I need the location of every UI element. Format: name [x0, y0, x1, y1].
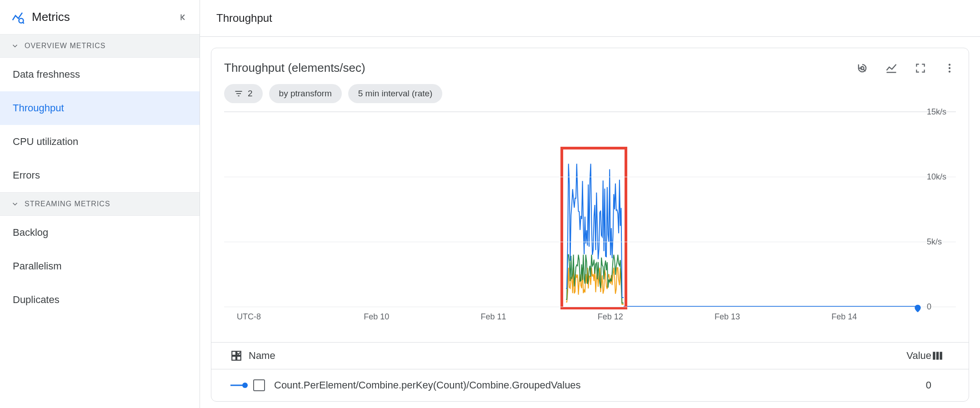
sidebar-item-data-freshness[interactable]: Data freshness — [0, 58, 200, 91]
throughput-chart[interactable]: 15k/s 10k/s 5k/s 0 — [224, 111, 956, 307]
sidebar-title: Metrics — [32, 10, 171, 24]
filter-icon — [234, 89, 243, 98]
x-tick: Feb 11 — [480, 312, 506, 322]
reset-zoom-icon[interactable] — [856, 62, 869, 75]
timezone-label: UTC-8 — [237, 312, 261, 322]
svg-point-21 — [242, 383, 248, 388]
chevron-down-icon — [11, 42, 19, 50]
page-title: Throughput — [200, 0, 980, 37]
x-tick: Feb 14 — [831, 312, 857, 322]
series-value: 0 — [859, 379, 931, 391]
throughput-card: Throughput (elements/sec) — [211, 48, 969, 402]
y-tick: 10k/s — [922, 172, 956, 181]
sidebar-header: Metrics — [0, 0, 200, 34]
filter-chip[interactable]: 2 — [224, 84, 263, 103]
x-tick: Feb 12 — [598, 312, 623, 322]
more-options-icon[interactable] — [943, 62, 956, 75]
sidebar-item-parallelism[interactable]: Parallelism — [0, 249, 200, 283]
name-header: Name — [249, 350, 275, 362]
section-label: OVERVIEW METRICS — [25, 42, 105, 50]
chevron-down-icon — [11, 200, 19, 208]
svg-point-8 — [949, 70, 950, 72]
section-overview-metrics[interactable]: OVERVIEW METRICS — [0, 34, 200, 58]
series-name: Count.PerElement/Combine.perKey(Count)/C… — [274, 379, 859, 391]
section-label: STREAMING METRICS — [25, 200, 110, 208]
x-tick: Feb 10 — [364, 312, 389, 322]
section-streaming-metrics[interactable]: STREAMING METRICS — [0, 192, 200, 216]
sidebar-item-errors[interactable]: Errors — [0, 159, 200, 192]
legend-row[interactable]: Count.PerElement/Combine.perKey(Count)/C… — [211, 369, 969, 401]
fullscreen-icon[interactable] — [914, 62, 927, 75]
column-selector-icon[interactable] — [230, 350, 242, 362]
svg-rect-18 — [936, 352, 939, 359]
legend-toggle-icon[interactable] — [885, 62, 898, 75]
svg-rect-13 — [232, 351, 236, 355]
svg-rect-19 — [940, 352, 942, 359]
sidebar: Metrics OVERVIEW METRICS Data freshness … — [0, 0, 200, 408]
main: Throughput Throughput (elements/sec) — [200, 0, 980, 408]
card-title: Throughput (elements/sec) — [224, 61, 856, 75]
sidebar-item-backlog[interactable]: Backlog — [0, 216, 200, 249]
y-tick: 15k/s — [922, 107, 956, 117]
svg-line-4 — [863, 69, 865, 71]
sidebar-item-duplicates[interactable]: Duplicates — [0, 283, 200, 317]
collapse-sidebar-button[interactable] — [179, 12, 189, 22]
svg-point-0 — [19, 18, 24, 23]
series-checkbox[interactable] — [253, 379, 265, 391]
groupby-chip[interactable]: by ptransform — [269, 84, 342, 103]
interval-chip[interactable]: 5 min interval (rate) — [348, 84, 443, 103]
legend-table: Name Value Count.PerElement/Combine.perK… — [211, 342, 969, 401]
svg-rect-17 — [933, 352, 935, 359]
columns-icon[interactable] — [931, 350, 950, 362]
value-header: Value — [859, 350, 931, 362]
sidebar-item-throughput[interactable]: Throughput — [0, 91, 200, 125]
svg-line-1 — [23, 22, 24, 24]
metrics-icon — [11, 10, 25, 24]
x-tick: Feb 13 — [715, 312, 740, 322]
series-swatch — [230, 381, 249, 390]
svg-rect-16 — [237, 356, 241, 360]
svg-point-6 — [949, 64, 950, 65]
svg-rect-15 — [232, 356, 236, 360]
sidebar-item-cpu-utilization[interactable]: CPU utilization — [0, 125, 200, 159]
svg-point-7 — [949, 67, 950, 69]
x-axis: UTC-8 Feb 10 Feb 11 Feb 12 Feb 13 Feb 14 — [224, 307, 956, 325]
y-tick: 5k/s — [922, 237, 956, 246]
filter-count: 2 — [248, 89, 253, 99]
